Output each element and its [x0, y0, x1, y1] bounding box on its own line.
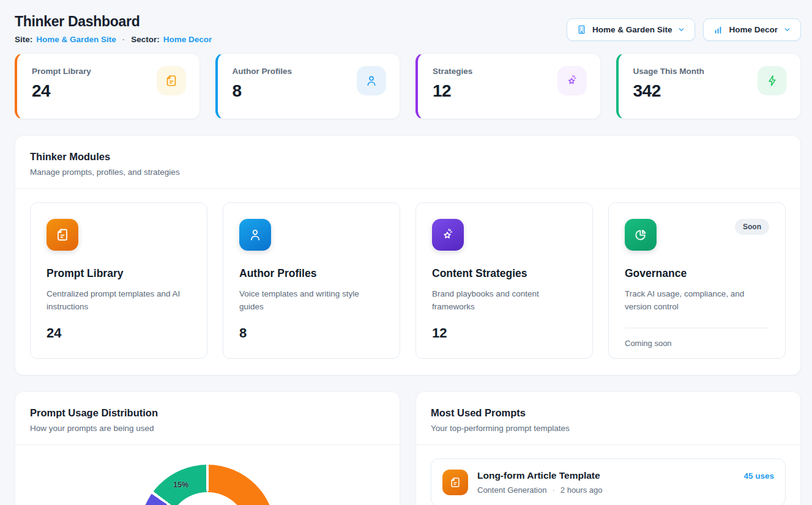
modules-title: Thinker Modules: [30, 151, 786, 163]
person-icon: [357, 66, 386, 95]
dashboard-page: Thinker Dashboard Site: Home & Garden Si…: [0, 0, 812, 505]
module-title: Content Strategies: [432, 267, 527, 280]
stat-card-prompt-library: Prompt Library 24: [15, 53, 200, 119]
site-link[interactable]: Home & Garden Site: [36, 35, 116, 44]
page-header: Thinker Dashboard Site: Home & Garden Si…: [15, 13, 801, 44]
usage-distribution-panel: Prompt Usage Distribution How your promp…: [15, 391, 400, 505]
most-used-title: Most Used Prompts: [431, 407, 786, 419]
document-icon: [157, 66, 186, 95]
most-used-header: Most Used Prompts Your top-performing pr…: [416, 392, 800, 433]
chevron-down-icon: [783, 26, 791, 34]
sparkle-star-icon: [432, 219, 464, 251]
module-card-top: Soon: [625, 219, 769, 251]
header-actions: Home & Garden Site Home Decor: [567, 13, 801, 41]
page-title: Thinker Dashboard: [15, 13, 212, 30]
module-card-governance[interactable]: Soon Governance Track AI usage, complian…: [608, 202, 786, 359]
document-icon: [47, 219, 78, 251]
prompt-item-meta: Content Generation · 2 hours ago: [477, 485, 734, 495]
most-used-prompts-panel: Most Used Prompts Your top-performing pr…: [415, 391, 801, 505]
module-description: Centralized prompt templates and AI inst…: [47, 288, 191, 314]
stat-card-author-profiles: Author Profiles 8: [215, 53, 401, 119]
sparkle-star-icon: [557, 66, 587, 95]
usage-donut-chart: 15%: [15, 465, 400, 505]
usage-panel-header: Prompt Usage Distribution How your promp…: [15, 392, 400, 433]
module-description: Track AI usage, compliance, and version …: [625, 288, 769, 314]
building-icon: [576, 24, 587, 35]
site-selector-dropdown[interactable]: Home & Garden Site: [567, 18, 696, 41]
site-sector-line: Site: Home & Garden Site · Sector: Home …: [15, 35, 212, 44]
modules-subtitle: Manage prompts, profiles, and strategies: [30, 168, 786, 177]
soon-badge: Soon: [735, 219, 769, 235]
bar-chart-icon: [713, 24, 723, 35]
module-stat: 8: [239, 325, 247, 341]
separator-dot: ·: [552, 485, 554, 495]
prompt-list: Long-form Article Template Content Gener…: [416, 445, 800, 505]
module-stat: 12: [432, 325, 447, 341]
modules-header: Thinker Modules Manage prompts, profiles…: [15, 136, 800, 177]
person-icon: [239, 219, 271, 251]
sector-label: Sector:: [131, 35, 160, 44]
most-used-subtitle: Your top-performing prompt templates: [431, 424, 786, 433]
module-title: Author Profiles: [239, 267, 316, 280]
divider: [15, 444, 400, 445]
modules-grid: Prompt Library Centralized prompt templa…: [15, 189, 800, 375]
donut-chart: 15%: [140, 465, 275, 505]
module-description: Brand playbooks and content frameworks: [432, 288, 576, 314]
stats-row: Prompt Library 24 Author Profiles 8 Stra…: [15, 53, 801, 119]
document-icon: [442, 470, 468, 495]
donut-hole: [167, 492, 248, 505]
sector-selector-dropdown[interactable]: Home Decor: [703, 18, 801, 41]
donut-segment-label: 15%: [173, 481, 188, 489]
chevron-down-icon: [677, 26, 685, 34]
stat-card-strategies: Strategies 12: [415, 53, 601, 119]
module-title: Prompt Library: [47, 267, 123, 280]
prompt-item-uses: 45 uses: [743, 470, 774, 481]
lightning-bolt-icon: [758, 66, 787, 95]
divider: [625, 328, 769, 328]
separator-dot: ·: [122, 35, 125, 44]
site-label: Site:: [15, 35, 32, 44]
thinker-modules-section: Thinker Modules Manage prompts, profiles…: [15, 135, 801, 375]
sector-link[interactable]: Home Decor: [163, 35, 212, 44]
prompt-item-category: Content Generation: [477, 485, 546, 495]
module-card-author-profiles[interactable]: Author Profiles Voice templates and writ…: [223, 202, 400, 359]
prompt-item-title: Long-form Article Template: [477, 470, 734, 481]
coming-soon-text: Coming soon: [625, 339, 672, 348]
module-card-prompt-library[interactable]: Prompt Library Centralized prompt templa…: [30, 202, 207, 359]
usage-panel-subtitle: How your prompts are being used: [30, 424, 385, 433]
pie-chart-icon: [625, 219, 657, 251]
header-left: Thinker Dashboard Site: Home & Garden Si…: [15, 13, 212, 44]
prompt-list-item[interactable]: Long-form Article Template Content Gener…: [431, 459, 786, 505]
bottom-row: Prompt Usage Distribution How your promp…: [15, 391, 801, 505]
stat-card-usage: Usage This Month 342: [616, 53, 802, 119]
sector-selector-label: Home Decor: [729, 25, 778, 34]
module-stat: 24: [47, 325, 61, 341]
prompt-item-body: Long-form Article Template Content Gener…: [477, 470, 734, 495]
site-selector-label: Home & Garden Site: [592, 25, 672, 34]
prompt-item-time: 2 hours ago: [561, 485, 603, 495]
usage-panel-title: Prompt Usage Distribution: [30, 407, 385, 419]
module-title: Governance: [625, 267, 687, 280]
module-description: Voice templates and writing style guides: [239, 288, 384, 314]
module-card-content-strategies[interactable]: Content Strategies Brand playbooks and c…: [415, 202, 593, 359]
